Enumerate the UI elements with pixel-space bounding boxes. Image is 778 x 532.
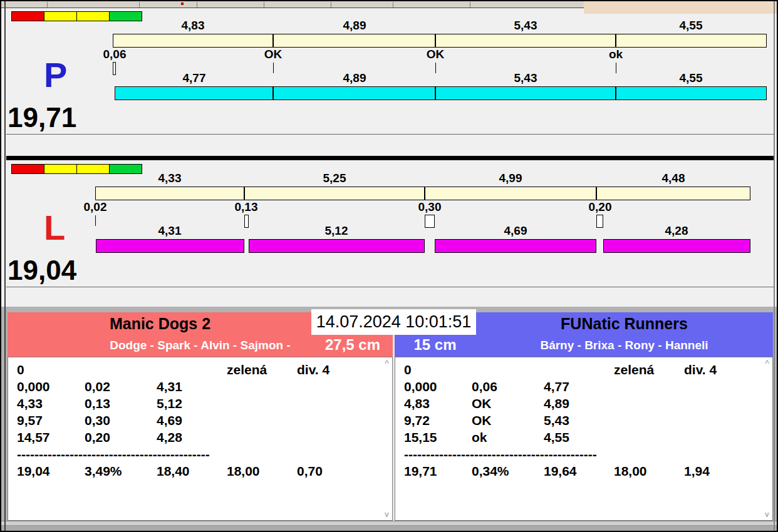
scroll-down-icon[interactable]: v	[765, 511, 769, 518]
table-row: 19,043,49%18,4018,000,70	[17, 464, 380, 481]
table-cell: 0,13	[85, 396, 157, 411]
table-cell: 4,89	[544, 396, 614, 411]
results-box-right[interactable]: 0zelenádiv. 40,0000,064,774,83OK4,899,72…	[395, 357, 773, 521]
table-row: 4,330,135,12	[17, 396, 380, 413]
split-time-label: 5,43	[514, 19, 537, 33]
traffic-light	[76, 11, 110, 21]
split-segment	[435, 239, 596, 253]
traffic-light	[44, 11, 77, 21]
split-segment	[115, 86, 273, 100]
status-bar-inner	[1, 521, 778, 526]
split-segment	[113, 34, 273, 48]
split-time-label: OK	[264, 48, 283, 61]
table-cell: 3,49%	[85, 464, 157, 479]
table-row: 9,570,304,69	[17, 413, 380, 430]
table-cell: 5,43	[544, 413, 614, 428]
traffic-light	[109, 11, 142, 21]
lane-total-time-right: 19,71	[8, 104, 76, 131]
results-table-right: 0zelenádiv. 40,0000,064,774,83OK4,899,72…	[404, 362, 760, 481]
table-cell: 0,06	[472, 379, 544, 394]
table-row: 0,0000,064,77	[404, 379, 760, 396]
table-cell: 0,02	[85, 379, 157, 394]
scrollbar[interactable]: ^ v	[762, 357, 772, 520]
strip-tick	[264, 2, 264, 8]
scrollbar[interactable]: ^ v	[382, 357, 392, 520]
changeover-box	[244, 215, 249, 228]
split-time-label: 4,89	[343, 71, 366, 85]
split-time-label: 4,99	[499, 171, 522, 185]
split-segment	[435, 86, 616, 100]
jump-height-right: 15 cm	[395, 336, 475, 354]
table-cell: 0,000	[17, 379, 85, 394]
section-divider	[6, 156, 774, 160]
traffic-lights	[12, 164, 142, 174]
table-cell: 15,15	[404, 430, 472, 445]
strip-tick	[331, 2, 331, 8]
table-cell: 9,72	[404, 413, 472, 428]
strip-tick	[197, 2, 197, 8]
app-window: 4,834,895,434,550,06OKOKok4,774,895,434,…	[0, 0, 778, 532]
changeover-tick	[435, 63, 436, 73]
table-cell: 1,94	[684, 464, 747, 479]
split-time-label: 4,55	[680, 19, 703, 33]
table-row: 0zelenádiv. 4	[17, 362, 380, 379]
window-right-edge	[774, 1, 775, 531]
table-cell: 19,64	[544, 464, 614, 479]
table-cell: OK	[472, 413, 544, 428]
split-time-label: 0,20	[589, 200, 612, 214]
scroll-up-icon[interactable]: ^	[765, 359, 769, 367]
traffic-light	[44, 164, 77, 174]
table-cell: 4,33	[17, 396, 85, 411]
table-cell: ok	[472, 430, 544, 445]
window-left-edge	[4, 1, 6, 531]
split-time-label: 4,31	[158, 224, 182, 238]
split-segment	[616, 86, 767, 100]
scroll-down-icon[interactable]: v	[385, 511, 389, 518]
table-cell: 0	[17, 362, 85, 377]
table-cell: 19,71	[404, 464, 472, 479]
split-time-label: 0,30	[418, 200, 442, 214]
strip-tick	[47, 2, 48, 8]
split-segment	[273, 34, 435, 48]
results-region: Manic Dogs 2 Dodge - Spark - Alvin - Saj…	[1, 307, 778, 532]
scroll-up-icon[interactable]: ^	[385, 359, 389, 367]
table-row: 0,0000,024,31	[17, 379, 380, 396]
table-divider: ----------------------------------------…	[404, 447, 760, 464]
team-name-left: Manic Dogs 2	[8, 315, 313, 333]
traffic-light	[11, 164, 44, 174]
split-segment	[425, 187, 596, 200]
split-time-label: 4,55	[680, 71, 703, 85]
table-cell: 18,40	[157, 464, 227, 479]
traffic-light	[76, 164, 110, 174]
datetime-display: 14.07.2024 10:01:51	[311, 309, 476, 335]
table-cell: 18,00	[614, 464, 684, 479]
status-bar	[1, 521, 778, 532]
changeover-box	[113, 62, 116, 75]
lane-underline	[6, 287, 774, 287]
changeover-tick	[273, 63, 274, 73]
table-row: 14,570,204,28	[17, 430, 380, 447]
lane-total-time-left: 19,04	[8, 257, 76, 284]
table-cell: 14,57	[17, 430, 85, 445]
table-cell: 4,69	[157, 413, 227, 428]
lane-section-right: 4,834,895,434,550,06OKOKok4,774,895,434,…	[1, 9, 778, 156]
table-cell: 0,34%	[472, 464, 544, 479]
split-segment	[244, 187, 425, 200]
table-row: 0zelenádiv. 4	[404, 362, 760, 379]
lane-letter-left: L	[44, 210, 65, 245]
split-time-label: 4,69	[504, 224, 527, 238]
table-cell: 0,30	[85, 413, 157, 428]
window-top-strip	[1, 1, 584, 8]
table-divider: ----------------------------------------…	[17, 447, 380, 464]
table-cell: 4,77	[544, 379, 614, 394]
split-segment	[603, 239, 750, 253]
traffic-lights	[12, 11, 142, 21]
table-row: 9,72OK5,43	[404, 413, 760, 430]
changeover-tick	[616, 63, 616, 73]
results-box-left[interactable]: 0zelenádiv. 40,0000,024,314,330,135,129,…	[8, 357, 393, 521]
table-cell: 18,00	[227, 464, 297, 479]
team-name-right: FUNatic Runners	[475, 315, 773, 333]
changeover-box	[425, 215, 435, 228]
split-time-label: 4,83	[182, 19, 205, 33]
split-time-label: 5,43	[514, 71, 537, 85]
